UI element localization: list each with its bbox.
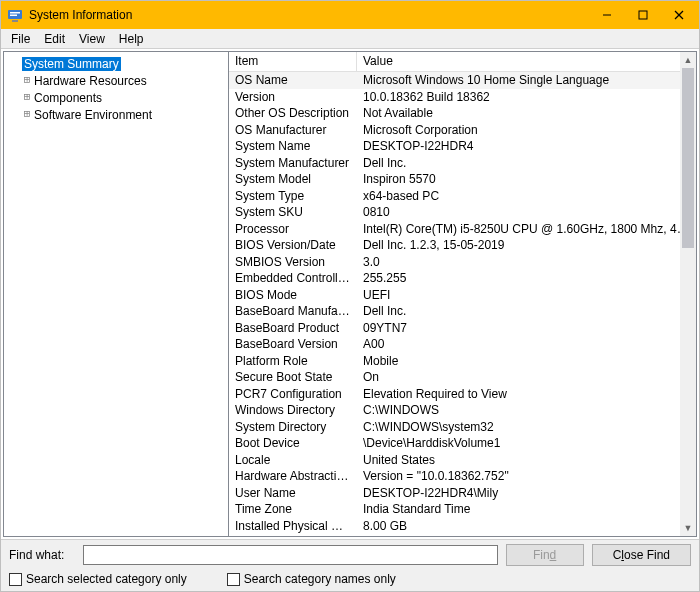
- table-row[interactable]: System SKU0810: [229, 204, 696, 221]
- table-row[interactable]: SMBIOS Version3.0: [229, 254, 696, 271]
- expander-icon[interactable]: ⊞: [20, 108, 34, 122]
- search-category-names-checkbox[interactable]: Search category names only: [227, 572, 396, 586]
- search-selected-category-checkbox[interactable]: Search selected category only: [9, 572, 187, 586]
- cell-item: System SKU: [229, 205, 357, 219]
- cell-item: Locale: [229, 453, 357, 467]
- scroll-down-icon[interactable]: ▼: [680, 520, 696, 536]
- table-row[interactable]: System DirectoryC:\WINDOWS\system32: [229, 419, 696, 436]
- tree-hardware-resources[interactable]: ⊞ Hardware Resources: [4, 72, 228, 89]
- expander-icon[interactable]: ⊞: [20, 91, 34, 105]
- column-value[interactable]: Value: [357, 52, 696, 71]
- cell-value: DESKTOP-I22HDR4\Mily: [357, 486, 696, 500]
- menu-file[interactable]: File: [5, 31, 36, 47]
- cell-item: Processor: [229, 222, 357, 236]
- menu-edit[interactable]: Edit: [38, 31, 71, 47]
- cell-value: Inspiron 5570: [357, 172, 696, 186]
- table-row[interactable]: LocaleUnited States: [229, 452, 696, 469]
- table-row[interactable]: Hardware Abstraction L...Version = "10.0…: [229, 468, 696, 485]
- table-row[interactable]: Boot Device\Device\HarddiskVolume1: [229, 435, 696, 452]
- tree-software-environment[interactable]: ⊞ Software Environment: [4, 106, 228, 123]
- table-row[interactable]: OS NameMicrosoft Windows 10 Home Single …: [229, 72, 696, 89]
- tree-system-summary[interactable]: System Summary: [4, 55, 228, 72]
- cell-value: India Standard Time: [357, 502, 696, 516]
- minimize-button[interactable]: [589, 1, 625, 29]
- table-row[interactable]: ProcessorIntel(R) Core(TM) i5-8250U CPU …: [229, 221, 696, 238]
- table-row[interactable]: BIOS ModeUEFI: [229, 287, 696, 304]
- scroll-track[interactable]: [680, 68, 696, 520]
- cell-value: 3.0: [357, 255, 696, 269]
- cell-value: 7.90 GB: [357, 535, 696, 536]
- vertical-scrollbar[interactable]: ▲ ▼: [680, 52, 696, 536]
- cell-value: 255.255: [357, 271, 696, 285]
- scroll-thumb[interactable]: [682, 68, 694, 248]
- system-information-window: System Information File Edit View Help S…: [0, 0, 700, 592]
- find-button[interactable]: Find: [506, 544, 584, 566]
- table-row[interactable]: System NameDESKTOP-I22HDR4: [229, 138, 696, 155]
- maximize-button[interactable]: [625, 1, 661, 29]
- scroll-up-icon[interactable]: ▲: [680, 52, 696, 68]
- table-row[interactable]: System Typex64-based PC: [229, 188, 696, 205]
- title-bar[interactable]: System Information: [1, 1, 699, 29]
- checkbox-icon: [227, 573, 240, 586]
- cell-item: OS Name: [229, 73, 357, 87]
- table-row[interactable]: Version10.0.18362 Build 18362: [229, 89, 696, 106]
- find-bar: Find what: Find Close Find Search select…: [1, 539, 699, 591]
- list-body[interactable]: OS NameMicrosoft Windows 10 Home Single …: [229, 72, 696, 536]
- cell-item: Total Physical Memory: [229, 535, 357, 536]
- table-row[interactable]: OS ManufacturerMicrosoft Corporation: [229, 122, 696, 139]
- cell-value: 8.00 GB: [357, 519, 696, 533]
- table-row[interactable]: BaseBoard Product09YTN7: [229, 320, 696, 337]
- cell-item: BaseBoard Product: [229, 321, 357, 335]
- cell-item: Embedded Controller V...: [229, 271, 357, 285]
- cell-item: Other OS Description: [229, 106, 357, 120]
- category-tree[interactable]: System Summary ⊞ Hardware Resources ⊞ Co…: [4, 52, 229, 536]
- table-row[interactable]: Installed Physical Mem...8.00 GB: [229, 518, 696, 535]
- table-row[interactable]: Windows DirectoryC:\WINDOWS: [229, 402, 696, 419]
- close-button[interactable]: [661, 1, 697, 29]
- menu-bar: File Edit View Help: [1, 29, 699, 49]
- column-item[interactable]: Item: [229, 52, 357, 71]
- cell-item: Boot Device: [229, 436, 357, 450]
- tree-label: Hardware Resources: [34, 74, 147, 88]
- cell-value: United States: [357, 453, 696, 467]
- table-row[interactable]: System ModelInspiron 5570: [229, 171, 696, 188]
- expander-icon[interactable]: ⊞: [20, 74, 34, 88]
- table-row[interactable]: Secure Boot StateOn: [229, 369, 696, 386]
- menu-help[interactable]: Help: [113, 31, 150, 47]
- cell-item: Platform Role: [229, 354, 357, 368]
- cell-value: \Device\HarddiskVolume1: [357, 436, 696, 450]
- tree-label: Components: [34, 91, 102, 105]
- table-row[interactable]: Platform RoleMobile: [229, 353, 696, 370]
- menu-view[interactable]: View: [73, 31, 111, 47]
- table-row[interactable]: Total Physical Memory7.90 GB: [229, 534, 696, 536]
- cell-item: Hardware Abstraction L...: [229, 469, 357, 483]
- table-row[interactable]: Embedded Controller V...255.255: [229, 270, 696, 287]
- close-find-button[interactable]: Close Find: [592, 544, 691, 566]
- tree-components[interactable]: ⊞ Components: [4, 89, 228, 106]
- cell-value: Dell Inc.: [357, 304, 696, 318]
- find-input[interactable]: [83, 545, 498, 565]
- table-row[interactable]: PCR7 ConfigurationElevation Required to …: [229, 386, 696, 403]
- cell-value: Elevation Required to View: [357, 387, 696, 401]
- table-row[interactable]: Time ZoneIndia Standard Time: [229, 501, 696, 518]
- table-row[interactable]: BIOS Version/DateDell Inc. 1.2.3, 15-05-…: [229, 237, 696, 254]
- tree-label: System Summary: [22, 57, 121, 71]
- table-row[interactable]: BaseBoard VersionA00: [229, 336, 696, 353]
- table-row[interactable]: User NameDESKTOP-I22HDR4\Mily: [229, 485, 696, 502]
- table-row[interactable]: BaseBoard ManufacturerDell Inc.: [229, 303, 696, 320]
- cell-value: DESKTOP-I22HDR4: [357, 139, 696, 153]
- window-title: System Information: [29, 8, 589, 22]
- cell-value: 09YTN7: [357, 321, 696, 335]
- svg-line-6: [675, 11, 683, 19]
- cell-item: User Name: [229, 486, 357, 500]
- cell-value: C:\WINDOWS: [357, 403, 696, 417]
- cell-value: x64-based PC: [357, 189, 696, 203]
- cell-value: On: [357, 370, 696, 384]
- svg-rect-2: [10, 15, 17, 17]
- cell-value: 10.0.18362 Build 18362: [357, 90, 696, 104]
- cell-value: Dell Inc. 1.2.3, 15-05-2019: [357, 238, 696, 252]
- cell-item: Time Zone: [229, 502, 357, 516]
- table-row[interactable]: System ManufacturerDell Inc.: [229, 155, 696, 172]
- app-icon: [7, 7, 23, 23]
- table-row[interactable]: Other OS DescriptionNot Available: [229, 105, 696, 122]
